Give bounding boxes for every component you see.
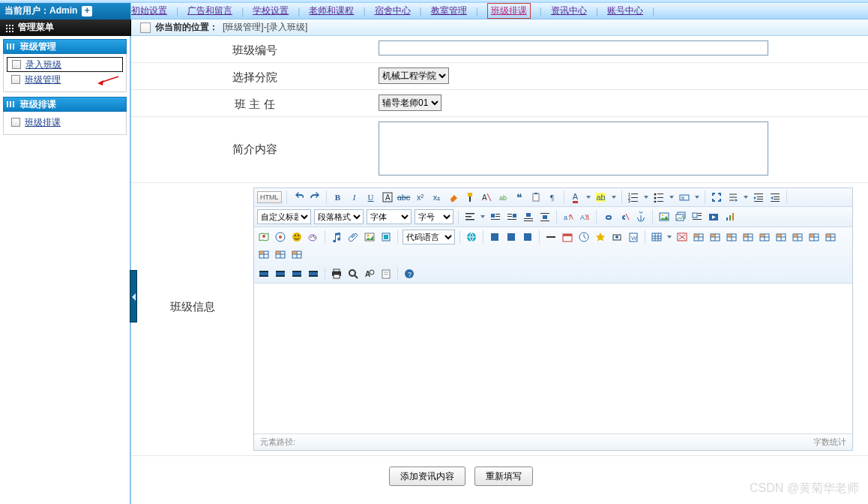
layout2-icon[interactable] (504, 230, 518, 244)
undo-icon[interactable] (292, 190, 305, 204)
drafts-icon[interactable] (379, 267, 393, 280)
nav-4[interactable]: 宿舍中心 (375, 4, 411, 17)
underline-icon[interactable]: U (364, 190, 378, 204)
split-cols-icon[interactable] (290, 248, 304, 261)
select-head-teacher[interactable]: 辅导老师01 (379, 94, 441, 111)
tb-select-自定义标题[interactable]: 自定义标题 (257, 209, 311, 224)
wordimage-icon[interactable]: W (627, 230, 640, 244)
sidebar-group-0[interactable]: 班级管理 (3, 39, 127, 54)
outdent-icon[interactable] (768, 190, 782, 204)
dropdown-icon[interactable] (643, 190, 649, 204)
unlink-icon[interactable] (618, 210, 631, 224)
anchor-icon[interactable] (634, 210, 648, 224)
dropdown-icon[interactable] (669, 190, 675, 204)
indent-icon[interactable] (752, 190, 765, 204)
img-left-icon[interactable] (489, 210, 502, 224)
video-icon[interactable] (707, 210, 720, 224)
tb-select-代码语言[interactable]: 代码语言 (403, 230, 455, 244)
expand-icon[interactable]: + (82, 6, 92, 16)
layout1-icon[interactable] (488, 230, 501, 244)
scrawl-icon[interactable] (307, 230, 320, 244)
emoji-icon[interactable] (290, 230, 304, 244)
merge-icon[interactable] (791, 230, 804, 244)
tb-select-段落格式[interactable]: 段落格式 (314, 209, 364, 224)
sidebar-group-1[interactable]: 班级排课 (3, 97, 127, 112)
subscript-icon[interactable]: x₂ (430, 190, 444, 204)
preview-icon[interactable] (346, 267, 360, 280)
touppercase-icon[interactable]: aA (561, 210, 575, 224)
text-input-icon[interactable]: a (678, 190, 691, 204)
img-center-icon[interactable] (522, 210, 535, 224)
editor-body[interactable] (254, 284, 852, 434)
layout3-icon[interactable] (521, 230, 534, 244)
split-rows-icon[interactable] (274, 248, 287, 261)
del-col-icon[interactable] (774, 230, 788, 244)
find-icon[interactable]: A (363, 267, 376, 280)
bold-icon[interactable]: B (331, 190, 345, 204)
tolowercase-icon[interactable]: Aa (578, 210, 591, 224)
nav-3[interactable]: 老师和课程 (309, 4, 354, 17)
textarea-intro[interactable] (379, 122, 768, 176)
dropdown-icon[interactable] (743, 190, 749, 204)
sidebar-collapse-handle[interactable] (130, 270, 137, 322)
special-icon[interactable] (594, 230, 607, 244)
link-icon[interactable] (601, 210, 615, 224)
nav-1[interactable]: 广告和留言 (187, 4, 232, 17)
eraser-icon[interactable] (447, 190, 460, 204)
webapp-icon[interactable] (465, 230, 478, 244)
dropdown-icon[interactable] (694, 190, 700, 204)
select-college[interactable]: 机械工程学院 (379, 68, 449, 84)
input-class-no[interactable] (379, 40, 768, 56)
film4-icon[interactable] (307, 267, 320, 280)
tb-select-字号[interactable]: 字号 (415, 209, 453, 224)
remove-format-icon[interactable]: A (480, 190, 493, 204)
forecolor-icon[interactable]: A (569, 190, 582, 204)
split-icon[interactable] (257, 248, 271, 261)
pasteplain-icon[interactable] (529, 190, 543, 204)
attach-icon[interactable] (346, 230, 360, 244)
align-left-icon[interactable] (463, 210, 477, 224)
italic-icon[interactable]: I (348, 190, 361, 204)
nav-5[interactable]: 教室管理 (431, 4, 467, 17)
snapscreen-icon[interactable] (610, 230, 624, 244)
merge-down-icon[interactable] (824, 230, 837, 244)
row-after-icon[interactable] (708, 230, 722, 244)
film3-icon[interactable] (290, 267, 304, 280)
img-right-icon[interactable] (505, 210, 519, 224)
row-before-icon[interactable] (692, 230, 705, 244)
dropdown-icon[interactable] (480, 210, 486, 224)
reset-button[interactable]: 重新填写 (474, 466, 533, 486)
blockquote-icon[interactable]: ❝ (513, 190, 526, 204)
gmap-icon[interactable] (274, 230, 287, 244)
fullscreen-icon[interactable] (710, 190, 723, 204)
tb-select-字体[interactable]: 字体 (367, 209, 412, 224)
frame-icon[interactable] (379, 230, 393, 244)
dropdown-icon[interactable] (611, 190, 617, 204)
nav-7[interactable]: 资讯中心 (551, 4, 587, 17)
nav-2[interactable]: 学校设置 (253, 4, 289, 17)
autotype-icon[interactable]: ab (496, 190, 510, 204)
col-before-icon[interactable] (741, 230, 755, 244)
strike-icon[interactable]: abc (397, 190, 411, 204)
redo-icon[interactable] (308, 190, 322, 204)
chart-icon[interactable] (723, 210, 737, 224)
film2-icon[interactable] (274, 267, 287, 280)
html-source-icon[interactable]: HTML (257, 191, 282, 203)
picture-icon[interactable] (363, 230, 376, 244)
del-row-icon[interactable] (725, 230, 738, 244)
time-icon[interactable] (577, 230, 591, 244)
nav-0[interactable]: 初始设置 (131, 4, 167, 17)
editor-wordcount-label[interactable]: 字数统计 (813, 436, 846, 448)
img-float-icon[interactable] (690, 210, 704, 224)
merge-right-icon[interactable] (807, 230, 821, 244)
img-multi-icon[interactable] (674, 210, 687, 224)
deltable-icon[interactable] (675, 230, 689, 244)
font-border-icon[interactable]: A (381, 190, 394, 204)
ol-icon[interactable]: 123 (627, 190, 640, 204)
print-icon[interactable] (330, 267, 343, 280)
format-brush-icon[interactable] (463, 190, 477, 204)
superscript-icon[interactable]: x² (414, 190, 427, 204)
dropdown-icon[interactable] (666, 230, 672, 244)
ltr-icon[interactable] (726, 190, 740, 204)
sidebar-item-1-0[interactable]: 班级排课 (7, 115, 123, 130)
